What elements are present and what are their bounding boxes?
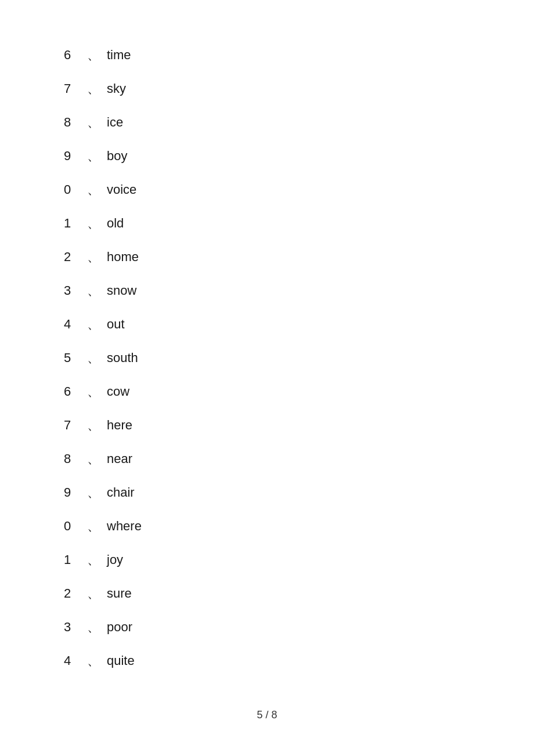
word-number: 1 — [64, 216, 87, 231]
word-text: south — [107, 350, 138, 366]
page-footer: 5 / 8 — [0, 709, 534, 721]
word-number: 0 — [64, 519, 87, 534]
word-separator: 、 — [87, 147, 100, 165]
word-text: home — [107, 249, 139, 265]
word-text: chair — [107, 485, 135, 500]
word-number: 4 — [64, 653, 87, 668]
word-separator: 、 — [87, 248, 100, 266]
word-number: 6 — [64, 384, 87, 399]
word-text: quite — [107, 653, 135, 668]
list-item: 6、time — [64, 46, 470, 64]
word-separator: 、 — [87, 181, 100, 198]
word-number: 8 — [64, 115, 87, 130]
pagination-label: 5 / 8 — [257, 709, 277, 721]
word-text: old — [107, 216, 124, 231]
word-number: 9 — [64, 149, 87, 164]
list-item: 0、voice — [64, 181, 470, 198]
word-text: near — [107, 451, 132, 466]
word-separator: 、 — [87, 450, 100, 468]
list-item: 6、cow — [64, 383, 470, 400]
list-item: 9、chair — [64, 484, 470, 501]
word-list: 6、time7、sky8、ice9、boy0、voice1、old2、home3… — [64, 46, 470, 670]
word-text: here — [107, 418, 132, 433]
word-separator: 、 — [87, 383, 100, 400]
word-separator: 、 — [87, 518, 100, 535]
word-separator: 、 — [87, 215, 100, 232]
list-item: 0、where — [64, 518, 470, 535]
word-number: 3 — [64, 283, 87, 298]
word-number: 1 — [64, 552, 87, 567]
word-separator: 、 — [87, 282, 100, 299]
word-number: 0 — [64, 182, 87, 197]
list-item: 7、sky — [64, 80, 470, 97]
word-text: out — [107, 317, 125, 332]
list-item: 3、snow — [64, 282, 470, 299]
word-number: 7 — [64, 418, 87, 433]
word-separator: 、 — [87, 652, 100, 670]
word-separator: 、 — [87, 618, 100, 636]
list-item: 5、south — [64, 349, 470, 367]
word-text: time — [107, 48, 131, 63]
word-number: 3 — [64, 620, 87, 635]
word-separator: 、 — [87, 80, 100, 97]
list-item: 4、out — [64, 316, 470, 333]
word-number: 2 — [64, 586, 87, 601]
page-content: 6、time7、sky8、ice9、boy0、voice1、old2、home3… — [0, 0, 534, 732]
word-text: sky — [107, 81, 126, 96]
word-number: 2 — [64, 249, 87, 265]
list-item: 7、here — [64, 417, 470, 434]
word-separator: 、 — [87, 316, 100, 333]
list-item: 3、poor — [64, 618, 470, 636]
word-text: joy — [107, 552, 123, 567]
word-text: snow — [107, 283, 136, 298]
word-text: where — [107, 519, 142, 534]
word-text: voice — [107, 182, 136, 197]
word-text: sure — [107, 586, 132, 601]
list-item: 2、home — [64, 248, 470, 266]
word-separator: 、 — [87, 551, 100, 569]
list-item: 4、quite — [64, 652, 470, 670]
word-number: 9 — [64, 485, 87, 500]
list-item: 8、near — [64, 450, 470, 468]
word-separator: 、 — [87, 585, 100, 602]
word-text: poor — [107, 620, 132, 635]
list-item: 1、joy — [64, 551, 470, 569]
list-item: 1、old — [64, 215, 470, 232]
word-number: 4 — [64, 317, 87, 332]
word-text: boy — [107, 149, 127, 164]
list-item: 9、boy — [64, 147, 470, 165]
list-item: 8、ice — [64, 114, 470, 131]
word-separator: 、 — [87, 114, 100, 131]
word-separator: 、 — [87, 417, 100, 434]
word-number: 7 — [64, 81, 87, 96]
word-separator: 、 — [87, 349, 100, 367]
word-number: 8 — [64, 451, 87, 466]
word-separator: 、 — [87, 484, 100, 501]
word-text: ice — [107, 115, 123, 130]
word-separator: 、 — [87, 46, 100, 64]
word-number: 5 — [64, 350, 87, 366]
word-number: 6 — [64, 48, 87, 63]
list-item: 2、sure — [64, 585, 470, 602]
word-text: cow — [107, 384, 129, 399]
